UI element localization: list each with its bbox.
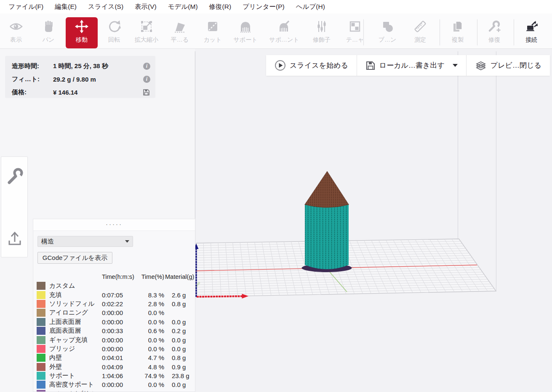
start-slice-label: スライスを始める [290,61,348,70]
feature-table: Time(h:m:s) Time(%) Material(g) カスタム 充填0… [33,272,195,392]
object-support-cylinder[interactable] [305,204,349,269]
table-row: 底面表面層0:00:330.6 %0.2 g [33,326,195,335]
toolbar-separator [440,19,440,45]
play-icon [275,60,286,71]
color-swatch [37,381,45,389]
tool-repair-button[interactable]: 修復 [478,17,510,48]
layers-icon [475,60,487,71]
menu-model[interactable]: モデル(M) [165,2,200,12]
tool-modifier-button[interactable]: 修飾子 [306,17,338,48]
close-preview-button[interactable]: プレビ…閉じる [467,55,550,76]
export-local-label: ローカル…書き出す [379,61,445,70]
table-row: ソリッドフィル0:02:222.8 %0.8 g [33,299,195,308]
menu-view[interactable]: 表示(V) [132,2,159,12]
toolbar-separator [514,19,514,45]
structure-dropdown[interactable]: 構造 [37,236,133,247]
object-cone[interactable] [305,171,349,208]
color-swatch [37,318,45,326]
chevron-down-icon[interactable] [453,64,458,67]
show-gcode-button[interactable]: GCodeファイルを表示 [37,252,112,264]
table-row: 高密度サポート0:00:000.0 %0.0 g [33,380,195,389]
support-paint-icon [277,17,291,36]
tool-measure-button[interactable]: 測定 [404,17,436,48]
color-swatch [37,354,45,362]
stat-label: 造形時間: [12,62,53,70]
menu-help[interactable]: ヘルプ(H) [293,2,328,12]
connect-laptop-icon [524,17,539,36]
rotate-icon [107,17,121,36]
stat-row-price: 価格: ¥ 146.14 [12,86,150,99]
color-swatch [37,327,45,335]
lay-flat-icon [173,17,187,36]
save-icon[interactable] [142,88,150,96]
toolbar-separator [363,19,364,45]
tool-connect-button[interactable]: 接続 [515,17,547,48]
tool-duplicate-button[interactable]: 複製 [442,17,474,48]
color-swatch [37,300,45,308]
tool-support-button[interactable]: サポート [229,17,261,48]
tool-lay-flat-button[interactable]: 平…る [164,17,196,48]
texture-checker-icon [348,17,362,36]
menu-printer[interactable]: プリンター(P) [240,2,287,12]
table-row: 上面表面層0:00:000.0 %0.0 g [33,318,195,326]
table-row: カスタム [33,281,195,290]
drag-dots: ····· [106,222,123,226]
cut-icon [205,17,220,36]
hand-icon [41,17,56,36]
eye-icon [9,17,23,36]
color-swatch [37,345,45,353]
table-row: サポート1:04:0674.9 %23.8 g [33,371,195,380]
export-local-button[interactable]: ローカル…書き出す [357,55,467,76]
menu-repair[interactable]: 修復(R) [207,2,234,12]
start-slice-button[interactable]: スライスを始める [266,55,357,76]
structure-legend-panel: ····· 構造 GCodeファイルを表示 Time(h:m:s) Time(%… [33,219,195,392]
side-tool-panel [1,156,28,257]
slicer-app: ファイル(F) 編集(E) スライス(S) 表示(V) モデル(M) 修復(R)… [0,0,552,392]
panel-drag-handle[interactable]: ····· [33,219,195,231]
duplicate-pages-icon [451,17,465,36]
modifier-sliders-icon [315,17,329,36]
color-swatch [37,372,45,380]
color-swatch [37,309,45,317]
menu-file[interactable]: ファイル(F) [6,2,46,12]
table-row: ギャップ充填0:00:000.0 %0.0 g [33,335,195,344]
export-upload-button[interactable] [1,228,28,251]
tool-rotate-button[interactable]: 回転 [98,17,130,48]
tool-view-button[interactable]: 表示 [0,17,32,48]
toolbar: 表示 パン 移動 回転 拡大縮小 平…る [0,13,552,49]
tool-pan-button[interactable]: パン [32,17,64,48]
chevron-down-icon [122,240,133,243]
menu-edit[interactable]: 編集(E) [52,2,79,12]
color-swatch [37,336,45,344]
tool-scale-button[interactable]: 拡大縮小 [131,17,163,48]
x-axis-arrow [197,296,243,297]
save-icon [365,61,376,71]
tool-texture-button[interactable]: テ…ャ [339,17,371,48]
stat-row-time: 造形時間: 1 時間, 25 分, 38 秒 i [12,60,150,73]
measure-ruler-icon [413,17,427,36]
move-icon [75,17,89,36]
table-header-row: Time(h:m:s) Time(%) Material(g) [33,272,195,281]
stat-value: 1 時間, 25 分, 38 秒 [53,62,143,70]
table-row: 外壁0:04:094.8 %0.9 g [33,363,195,371]
tool-cut-button[interactable]: カット [197,17,229,48]
color-swatch [37,282,45,290]
tool-boolean-button[interactable]: ブ…ン [371,17,403,48]
info-icon[interactable]: i [143,63,150,70]
stat-label: フィ…ト: [12,75,53,83]
tool-support-paint-button[interactable]: サポ…ント [268,17,300,48]
table-row: 内壁0:04:014.7 %0.8 g [33,353,195,362]
table-row: 充填0:07:058.3 %2.6 g [33,290,195,299]
info-icon[interactable]: i [143,76,150,83]
stat-value: 29.2 g / 9.80 m [53,76,143,83]
menu-slice[interactable]: スライス(S) [85,2,126,12]
boolean-icon [380,17,395,36]
print-stats-panel: 造形時間: 1 時間, 25 分, 38 秒 i フィ…ト: 29.2 g / … [5,56,155,98]
tool-move-button[interactable]: 移動 [66,17,98,48]
settings-wrench-button[interactable] [1,164,28,188]
action-bar: スライスを始める ローカル…書き出す プレビ…閉じる [266,55,550,76]
toolbar-separator [477,19,477,45]
table-row: ブリッジ0:00:000.0 %0.0 g [33,344,195,353]
wrench-icon [5,167,24,186]
color-swatch [37,363,45,371]
